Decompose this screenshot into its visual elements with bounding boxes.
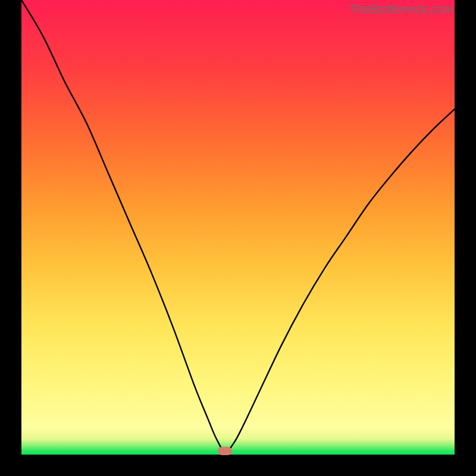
chart-frame: TheBottleneck.com <box>0 0 476 476</box>
bottleneck-curve <box>21 0 455 455</box>
plot-area <box>21 0 455 455</box>
optimal-point-marker <box>218 447 232 455</box>
watermark-text: TheBottleneck.com <box>349 2 453 16</box>
